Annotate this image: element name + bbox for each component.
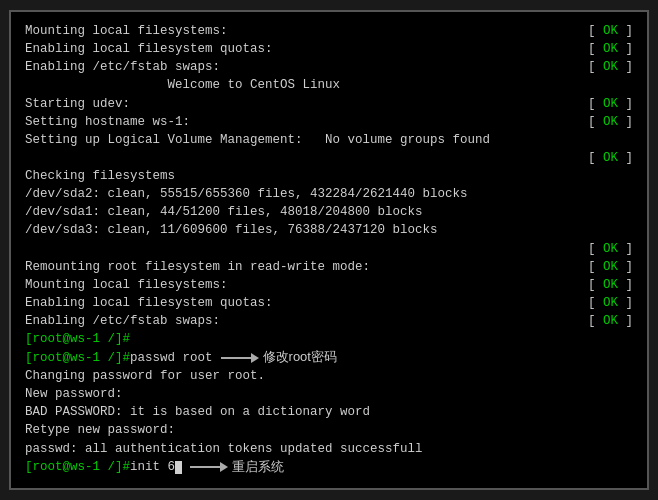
- line-text: Enabling local filesystem quotas:: [25, 40, 273, 58]
- terminal-line: Checking filesystems: [25, 167, 633, 185]
- ok-status: [ OK ]: [588, 113, 633, 131]
- line-text: BAD PASSWORD: it is based on a dictionar…: [25, 403, 370, 421]
- line-text: /dev/sda3: clean, 11/609600 files, 76388…: [25, 221, 438, 239]
- ok-status: [ OK ]: [588, 22, 633, 40]
- ok-status: [ OK ]: [588, 276, 633, 294]
- annotation-passwd: 修改root密码: [221, 348, 337, 367]
- terminal-line: Retype new password:: [25, 421, 633, 439]
- terminal-line: /dev/sda1: clean, 44/51200 files, 48018/…: [25, 203, 633, 221]
- terminal-line: Welcome to CentOS Linux: [25, 76, 633, 94]
- ok-status: [ OK ]: [588, 149, 633, 167]
- line-text: Checking filesystems: [25, 167, 175, 185]
- authentication-text: authentication: [115, 440, 220, 458]
- line-text: Remounting root filesystem in read-write…: [25, 258, 370, 276]
- cursor-icon: [175, 461, 182, 474]
- terminal-line: Mounting local filesystems: [ OK ]: [25, 276, 633, 294]
- command-init: init 6: [130, 458, 175, 476]
- terminal-line: Enabling /etc/fstab swaps: [ OK ]: [25, 58, 633, 76]
- prompt-text: [root@ws-1 /]#: [25, 349, 130, 367]
- terminal-line: Remounting root filesystem in read-write…: [25, 258, 633, 276]
- ok-status: [ OK ]: [588, 294, 633, 312]
- line-text: Enabling /etc/fstab swaps:: [25, 58, 220, 76]
- terminal-line: Enabling /etc/fstab swaps: [ OK ]: [25, 312, 633, 330]
- terminal-line: [ OK ]: [25, 240, 633, 258]
- terminal-line: passwd: all authentication tokens update…: [25, 440, 633, 458]
- terminal-line: [ OK ]: [25, 149, 633, 167]
- line-text: New password:: [25, 385, 123, 403]
- prompt-text: [root@ws-1 /]#: [25, 330, 130, 348]
- line-text: /dev/sda1: clean, 44/51200 files, 48018/…: [25, 203, 423, 221]
- ok-status: [ OK ]: [588, 240, 633, 258]
- prompt-text: [root@ws-1 /]#: [25, 458, 130, 476]
- terminal-content: Mounting local filesystems: [ OK ] Enabl…: [25, 22, 633, 478]
- ok-status: [ OK ]: [588, 40, 633, 58]
- line-text: Starting udev:: [25, 95, 130, 113]
- annotation-init: 重启系统: [190, 458, 284, 477]
- line-text: /dev/sda2: clean, 55515/655360 files, 43…: [25, 185, 468, 203]
- line-text: Mounting local filesystems:: [25, 276, 228, 294]
- terminal-line: Setting hostname ws-1: [ OK ]: [25, 113, 633, 131]
- line-text-cont: tokens updated successfull: [220, 440, 423, 458]
- terminal-window: Mounting local filesystems: [ OK ] Enabl…: [9, 10, 649, 490]
- terminal-line: Changing password for user root.: [25, 367, 633, 385]
- terminal-line: Enabling local filesystem quotas: [ OK ]: [25, 40, 633, 58]
- terminal-line-passwd: [root@ws-1 /]# passwd root 修改root密码: [25, 348, 633, 367]
- line-text: Enabling /etc/fstab swaps:: [25, 312, 220, 330]
- terminal-line: Mounting local filesystems: [ OK ]: [25, 22, 633, 40]
- line-text: Enabling local filesystem quotas:: [25, 294, 273, 312]
- terminal-line: Setting up Logical Volume Management: No…: [25, 131, 633, 149]
- line-text: Setting hostname ws-1:: [25, 113, 190, 131]
- line-text: passwd: all: [25, 440, 115, 458]
- ok-status: [ OK ]: [588, 95, 633, 113]
- terminal-line: BAD PASSWORD: it is based on a dictionar…: [25, 403, 633, 421]
- terminal-line: New password:: [25, 385, 633, 403]
- line-text: Changing password for user root.: [25, 367, 265, 385]
- line-text: Mounting local filesystems:: [25, 22, 228, 40]
- terminal-line: Starting udev: [ OK ]: [25, 95, 633, 113]
- line-text: Retype new password:: [25, 421, 175, 439]
- ok-status: [ OK ]: [588, 258, 633, 276]
- ok-status: [ OK ]: [588, 312, 633, 330]
- line-text: Setting up Logical Volume Management: No…: [25, 131, 490, 149]
- annotation-label-restart: 重启系统: [232, 458, 284, 477]
- terminal-line-init: [root@ws-1 /]# init 6 重启系统: [25, 458, 633, 477]
- command-text: passwd root: [130, 349, 213, 367]
- arrow-head-icon: [251, 353, 259, 363]
- terminal-line: Enabling local filesystem quotas: [ OK ]: [25, 294, 633, 312]
- arrow-head-icon: [220, 462, 228, 472]
- annotation-label-modify-root: 修改root密码: [263, 348, 337, 367]
- terminal-line: [root@ws-1 /]#: [25, 330, 633, 348]
- ok-status: [ OK ]: [588, 58, 633, 76]
- arrow-line: [221, 357, 251, 359]
- welcome-text: Welcome to CentOS Linux: [25, 76, 340, 94]
- arrow-line: [190, 466, 220, 468]
- terminal-line: /dev/sda3: clean, 11/609600 files, 76388…: [25, 221, 633, 239]
- terminal-line: /dev/sda2: clean, 55515/655360 files, 43…: [25, 185, 633, 203]
